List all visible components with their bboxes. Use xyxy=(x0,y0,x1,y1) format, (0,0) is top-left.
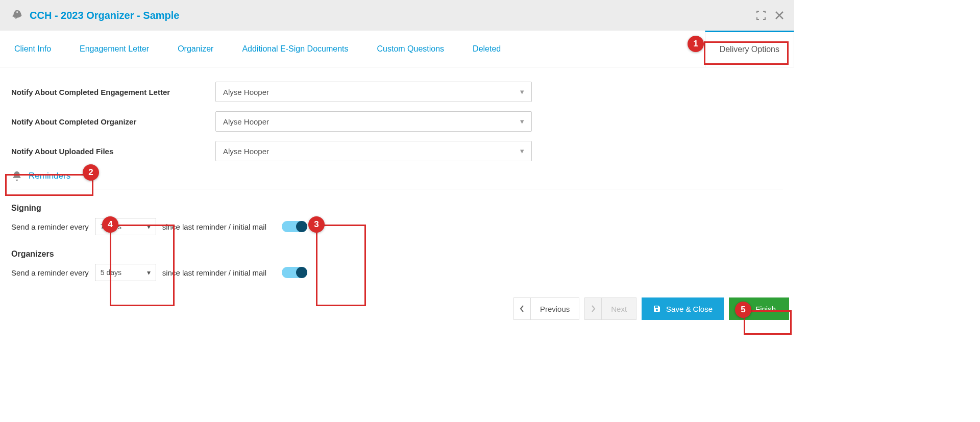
save-icon xyxy=(653,305,661,313)
previous-button[interactable]: Previous xyxy=(531,297,579,320)
toggle-organizers-reminder[interactable] xyxy=(282,267,307,278)
save-close-label: Save & Close xyxy=(666,305,713,313)
reminder-row-organizers: Send a reminder every 5 days ▾ since las… xyxy=(11,264,783,281)
next-chevron xyxy=(584,297,602,320)
finish-label: Finish xyxy=(755,305,776,313)
dropdown-value: 7 days xyxy=(101,222,121,231)
bell-icon xyxy=(11,170,22,182)
section-title-reminders: Reminders xyxy=(29,171,70,181)
page-title: CCH - 2023 Organizer - Sample xyxy=(30,10,756,21)
reminder-heading-organizers: Organizers xyxy=(11,250,783,259)
field-row-engagement: Notify About Completed Engagement Letter… xyxy=(11,82,783,102)
reminder-block-signing: Signing Send a reminder every 7 days ▾ s… xyxy=(11,204,783,235)
btn-group-previous: Previous xyxy=(513,297,579,320)
btn-group-next: Next xyxy=(584,297,636,320)
tab-engagement-letter[interactable]: Engagement Letter xyxy=(65,31,163,67)
save-close-button[interactable]: Save & Close xyxy=(642,297,724,320)
tab-deleted[interactable]: Deleted xyxy=(458,31,515,67)
dropdown-value: 5 days xyxy=(101,268,121,277)
dropdown-engagement[interactable]: Alyse Hooper ▾ xyxy=(215,82,532,102)
toggle-signing-reminder[interactable] xyxy=(282,221,307,232)
field-row-organizer: Notify About Completed Organizer Alyse H… xyxy=(11,111,783,132)
label-uploaded: Notify About Uploaded Files xyxy=(11,147,215,156)
tab-delivery-options[interactable]: Delivery Options xyxy=(705,31,794,67)
reminder-block-organizers: Organizers Send a reminder every 5 days … xyxy=(11,250,783,281)
reminder-prefix: Send a reminder every xyxy=(11,222,89,231)
label-engagement: Notify About Completed Engagement Letter xyxy=(11,88,215,96)
toggle-knob xyxy=(296,267,307,278)
chevron-down-icon: ▾ xyxy=(147,268,151,277)
chevron-down-icon: ▾ xyxy=(520,146,524,156)
footer-actions: Previous Next Save & Close Finish xyxy=(0,286,794,331)
toggle-knob xyxy=(296,221,307,232)
tab-bar: Client Info Engagement Letter Organizer … xyxy=(0,31,794,67)
previous-chevron[interactable] xyxy=(513,297,531,320)
label-organizer: Notify About Completed Organizer xyxy=(11,117,215,126)
reminder-heading-signing: Signing xyxy=(11,204,783,213)
tab-organizer[interactable]: Organizer xyxy=(163,31,228,67)
dropdown-value: Alyse Hooper xyxy=(223,147,269,156)
close-icon[interactable] xyxy=(775,11,784,20)
dropdown-signing-interval[interactable]: 7 days ▾ xyxy=(95,218,156,235)
dropdown-organizer[interactable]: Alyse Hooper ▾ xyxy=(215,111,532,132)
reminder-suffix: since last reminder / initial mail xyxy=(162,268,266,277)
chevron-down-icon: ▾ xyxy=(520,87,524,96)
tab-custom-questions[interactable]: Custom Questions xyxy=(363,31,459,67)
dropdown-value: Alyse Hooper xyxy=(223,88,269,96)
reminder-row-signing: Send a reminder every 7 days ▾ since las… xyxy=(11,218,783,235)
tab-client-info[interactable]: Client Info xyxy=(0,31,65,67)
tab-additional-esign[interactable]: Additional E-Sign Documents xyxy=(228,31,362,67)
dropdown-uploaded[interactable]: Alyse Hooper ▾ xyxy=(215,141,532,161)
expand-icon[interactable] xyxy=(756,11,766,20)
chevron-down-icon: ▾ xyxy=(147,222,151,231)
content-area: Notify About Completed Engagement Letter… xyxy=(0,67,794,286)
reminder-prefix: Send a reminder every xyxy=(11,268,89,277)
chevron-down-icon: ▾ xyxy=(520,117,524,126)
reminder-suffix: since last reminder / initial mail xyxy=(162,222,266,231)
section-header-reminders: Reminders xyxy=(11,170,783,189)
window-header: CCH - 2023 Organizer - Sample xyxy=(0,0,794,31)
next-button: Next xyxy=(602,297,636,320)
dropdown-value: Alyse Hooper xyxy=(223,117,269,126)
finish-button[interactable]: Finish xyxy=(729,297,789,320)
rocket-icon xyxy=(10,9,22,21)
field-row-uploaded: Notify About Uploaded Files Alyse Hooper… xyxy=(11,141,783,161)
check-icon xyxy=(742,305,750,313)
dropdown-organizers-interval[interactable]: 5 days ▾ xyxy=(95,264,156,281)
